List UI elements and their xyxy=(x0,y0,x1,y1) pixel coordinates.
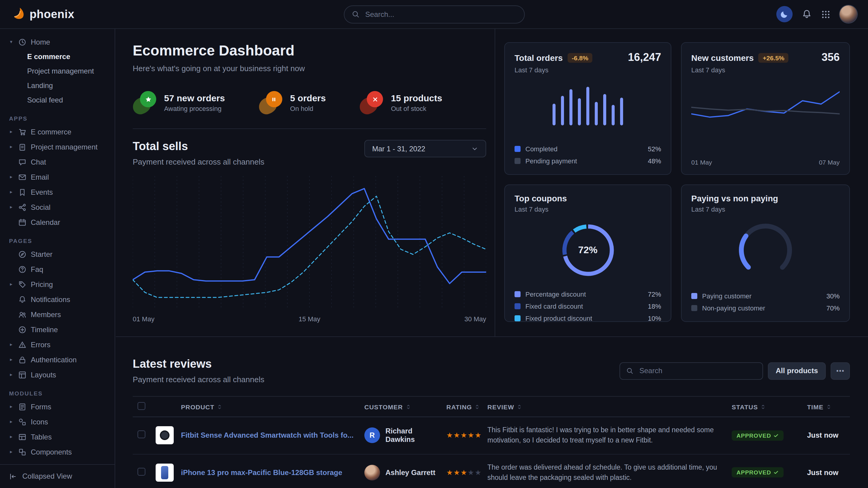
legend-label: Completed xyxy=(525,145,557,152)
legend-value: 30% xyxy=(826,292,840,299)
brand-link[interactable]: phoenix xyxy=(11,6,74,22)
tag-icon xyxy=(18,280,27,289)
legend-label: Fixed card discount xyxy=(525,302,583,310)
table-icon xyxy=(18,432,27,441)
form-icon xyxy=(18,402,27,411)
apps-grid-button[interactable] xyxy=(821,9,831,19)
sidebar-item-calendar[interactable]: Calendar xyxy=(5,215,110,230)
check-icon xyxy=(774,470,779,475)
collapsed-view-label: Collapsed View xyxy=(22,472,72,481)
sidebar-item-events[interactable]: ▸Events xyxy=(5,185,110,199)
notifications-button[interactable] xyxy=(802,9,812,19)
kpi-cards: Total orders -6.8% 16,247 Last 7 days Co… xyxy=(504,42,850,336)
card-period: Last 7 days xyxy=(691,205,840,213)
product-image[interactable] xyxy=(156,464,174,482)
sidebar-item-forms[interactable]: ▸Forms xyxy=(5,399,110,414)
user-avatar[interactable] xyxy=(840,5,857,23)
sidebar-item-authentication[interactable]: ▸Authentication xyxy=(5,352,110,367)
card-title: New customers xyxy=(691,53,754,62)
sidebar-subitem-landing[interactable]: Landing xyxy=(5,78,110,93)
pause-badge-icon xyxy=(259,91,283,114)
main-content: Ecommerce Dashboard Here's what's going … xyxy=(116,29,868,488)
sidebar-item-label: Notifications xyxy=(31,295,70,303)
global-search[interactable] xyxy=(343,5,525,23)
column-label: REVIEW xyxy=(487,403,514,410)
sidebar-item-faq[interactable]: Faq xyxy=(5,262,110,277)
coupons-legend: Percentage discount72%Fixed card discoun… xyxy=(515,289,661,323)
product-link[interactable]: Fitbit Sense Advanced Smartwatch with To… xyxy=(181,431,353,440)
sidebar-item-members[interactable]: Members xyxy=(5,307,110,322)
sidebar-item-label: Social feed xyxy=(27,96,63,104)
sidebar-item-timeline[interactable]: Timeline xyxy=(5,322,110,337)
star-icon: ★ xyxy=(446,431,454,440)
global-search-input[interactable] xyxy=(364,9,517,19)
star-icon: ★ xyxy=(454,431,461,440)
sidebar-item-notifications[interactable]: Notifications xyxy=(5,292,110,307)
star-icon: ★ xyxy=(468,431,475,440)
reviews-search[interactable] xyxy=(619,362,763,380)
sidebar-item-tables[interactable]: ▸Tables xyxy=(5,429,110,444)
legend-swatch xyxy=(515,291,521,297)
product-image[interactable] xyxy=(156,426,174,445)
table-header-row: PRODUCTCUSTOMERRATINGREVIEWSTATUSTIME xyxy=(133,396,850,417)
rating-stars: ★★★★★ xyxy=(446,468,478,477)
sidebar-item-starter[interactable]: Starter xyxy=(5,247,110,262)
star-icon: ★ xyxy=(475,431,482,440)
sidebar-item-home[interactable]: ▾Home xyxy=(5,34,110,50)
theme-toggle-button[interactable] xyxy=(776,6,793,22)
sidebar-item-label: Components xyxy=(31,448,72,456)
card-title: Top coupons xyxy=(515,194,567,203)
sidebar-item-e-commerce[interactable]: ▸E commerce xyxy=(5,124,110,139)
stat-value: 57 new orders xyxy=(164,93,225,103)
sidebar-item-label: Starter xyxy=(31,250,53,258)
column-header-product[interactable]: PRODUCT xyxy=(151,396,360,417)
sidebar-item-email[interactable]: ▸Email xyxy=(5,169,110,185)
sidebar-item-social[interactable]: ▸Social xyxy=(5,199,110,215)
row-checkbox[interactable] xyxy=(137,468,145,476)
column-label: STATUS xyxy=(732,403,758,410)
column-header-customer[interactable]: CUSTOMER xyxy=(360,396,441,417)
all-products-button[interactable]: All products xyxy=(768,362,826,380)
latest-reviews-section: Latest reviews Payment received across a… xyxy=(116,337,868,488)
select-all-checkbox[interactable] xyxy=(137,402,145,410)
column-header-time[interactable]: TIME xyxy=(802,396,850,417)
calendar-icon xyxy=(18,218,27,226)
sidebar-item-project-management[interactable]: ▸Project management xyxy=(5,139,110,154)
stat-caption: Awating processing xyxy=(164,105,225,112)
date-range-select[interactable]: Mar 1 - 31, 2022 xyxy=(364,140,486,157)
sidebar-item-label: E commerce xyxy=(31,128,71,136)
stat-5-orders: 5 ordersOn hold xyxy=(259,91,326,114)
sidebar-item-label: Timeline xyxy=(31,325,58,334)
sidebar-item-chat[interactable]: Chat xyxy=(5,154,110,169)
review-text: This Fitbit is fantastic! I was trying t… xyxy=(487,425,722,446)
sort-icon xyxy=(760,403,766,410)
sidebar-subitem-social-feed[interactable]: Social feed xyxy=(5,93,110,107)
paying-vs-nonpaying-card: Paying vs non paying Last 7 days Paying … xyxy=(681,185,850,322)
total-orders-card: Total orders -6.8% 16,247 Last 7 days Co… xyxy=(504,42,671,175)
status-badge: APPROVED xyxy=(732,467,784,478)
sidebar-item-icons[interactable]: ▸Icons xyxy=(5,414,110,429)
column-header-status[interactable]: STATUS xyxy=(727,396,802,417)
sort-icon xyxy=(474,403,480,410)
sidebar-section-title: MODULES xyxy=(9,390,110,397)
customer-name[interactable]: Richard Dawkins xyxy=(385,427,437,444)
column-header-review[interactable]: REVIEW xyxy=(483,396,727,417)
sidebar-item-pricing[interactable]: ▸Pricing xyxy=(5,277,110,292)
collapsed-view-toggle[interactable]: Collapsed View xyxy=(0,464,115,488)
order-bar xyxy=(612,105,615,125)
sidebar-subitem-project-management[interactable]: Project management xyxy=(5,64,110,78)
sidebar-item-errors[interactable]: ▸Errors xyxy=(5,337,110,352)
sidebar-item-layouts[interactable]: ▸Layouts xyxy=(5,367,110,382)
row-checkbox[interactable] xyxy=(137,431,145,438)
sidebar-subitem-e-commerce[interactable]: E commerce xyxy=(5,50,110,64)
legend-label: Percentage discount xyxy=(525,290,586,297)
customer-name[interactable]: Ashley Garrett xyxy=(385,468,435,477)
page-title: Ecommerce Dashboard xyxy=(133,42,486,59)
column-header-rating[interactable]: RATING xyxy=(441,396,483,417)
more-options-button[interactable]: ⋯ xyxy=(831,362,850,380)
product-link[interactable]: iPhone 13 pro max-Pacific Blue-128GB sto… xyxy=(181,468,342,477)
chevron-right-icon: ▸ xyxy=(8,449,14,455)
sidebar-item-components[interactable]: ▸Components xyxy=(5,444,110,459)
reviews-search-input[interactable] xyxy=(638,366,756,376)
sidebar-item-label: Forms xyxy=(31,402,51,411)
